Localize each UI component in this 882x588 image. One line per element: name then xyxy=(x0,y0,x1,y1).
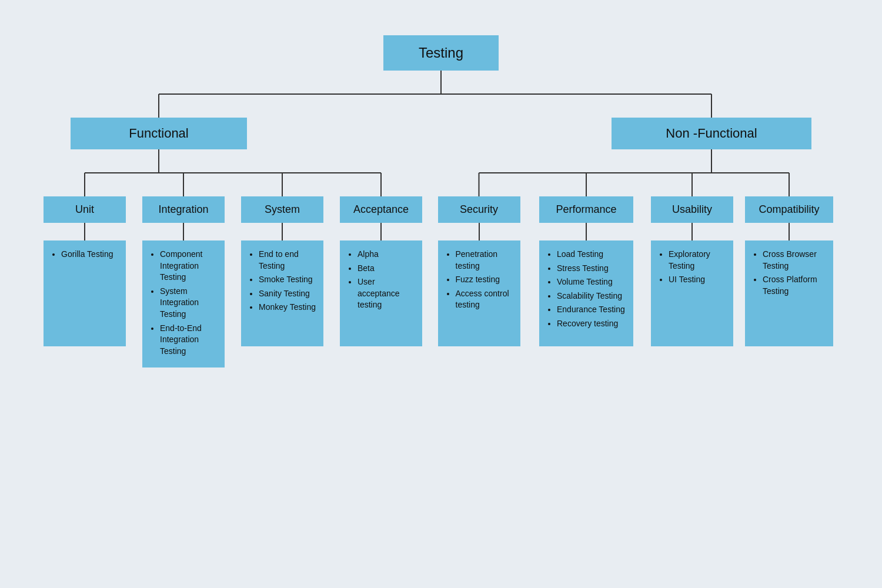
functional-node: Functional xyxy=(71,118,247,149)
integration-leaf: Component Integration Testing System Int… xyxy=(142,240,225,368)
integration-item-1: System Integration Testing xyxy=(160,286,218,320)
security-item-0: Penetration testing xyxy=(456,249,513,272)
unit-item-0: Gorilla Testing xyxy=(61,249,119,260)
performance-node: Performance xyxy=(539,196,633,223)
usability-item-1: UI Testing xyxy=(669,274,726,286)
performance-item-5: Recovery testing xyxy=(557,318,626,330)
integration-col: Integration Component Integration Testin… xyxy=(134,196,233,368)
acceptance-col: Acceptance Alpha Beta User acceptance te… xyxy=(332,196,430,368)
unit-col: Unit Gorilla Testing xyxy=(35,196,134,368)
acceptance-item-0: Alpha xyxy=(358,249,415,260)
security-item-2: Access control testing xyxy=(456,288,513,311)
usability-node: Usability xyxy=(651,196,733,223)
security-col: Security Penetration testing Fuzz testin… xyxy=(430,196,527,368)
system-col: System End to end Testing Smoke Testing … xyxy=(233,196,332,368)
compatibility-node: Compatibility xyxy=(745,196,833,223)
integration-item-2: End-to-End Integration Testing xyxy=(160,323,218,358)
usability-item-0: Exploratory Testing xyxy=(669,249,726,272)
system-leaf: End to end Testing Smoke Testing Sanity … xyxy=(241,240,323,346)
performance-item-4: Endurance Testing xyxy=(557,304,626,316)
root-node: Testing xyxy=(383,35,499,71)
performance-item-0: Load Testing xyxy=(557,249,626,260)
usability-col: Usability Exploratory Testing UI Testing xyxy=(645,196,739,368)
compatibility-col: Compatibility Cross Browser Testing Cros… xyxy=(739,196,839,368)
performance-col: Performance Load Testing Stress Testing … xyxy=(527,196,645,368)
system-node: System xyxy=(241,196,323,223)
acceptance-item-1: Beta xyxy=(358,263,415,275)
usability-leaf: Exploratory Testing UI Testing xyxy=(651,240,733,346)
security-node: Security xyxy=(438,196,520,223)
diagram-container: Testing Functional Non -Functional Unit … xyxy=(35,35,847,368)
performance-item-3: Scalability Testing xyxy=(557,290,626,302)
performance-item-1: Stress Testing xyxy=(557,263,626,275)
integration-item-0: Component Integration Testing xyxy=(160,249,218,283)
system-item-1: Smoke Testing xyxy=(259,274,316,286)
compatibility-leaf: Cross Browser Testing Cross Platform Tes… xyxy=(745,240,833,346)
nonfunctional-node: Non -Functional xyxy=(612,118,811,149)
acceptance-leaf: Alpha Beta User acceptance testing xyxy=(340,240,422,346)
system-item-3: Monkey Testing xyxy=(259,302,316,313)
acceptance-item-2: User acceptance testing xyxy=(358,276,415,311)
unit-node: Unit xyxy=(44,196,126,223)
performance-item-2: Volume Testing xyxy=(557,276,626,288)
unit-leaf: Gorilla Testing xyxy=(44,240,126,346)
security-leaf: Penetration testing Fuzz testing Access … xyxy=(438,240,520,346)
system-item-2: Sanity Testing xyxy=(259,288,316,300)
integration-node: Integration xyxy=(142,196,225,223)
performance-leaf: Load Testing Stress Testing Volume Testi… xyxy=(539,240,633,346)
system-item-0: End to end Testing xyxy=(259,249,316,272)
compatibility-item-1: Cross Platform Testing xyxy=(763,274,826,297)
security-item-1: Fuzz testing xyxy=(456,274,513,286)
acceptance-node: Acceptance xyxy=(340,196,422,223)
compatibility-item-0: Cross Browser Testing xyxy=(763,249,826,272)
